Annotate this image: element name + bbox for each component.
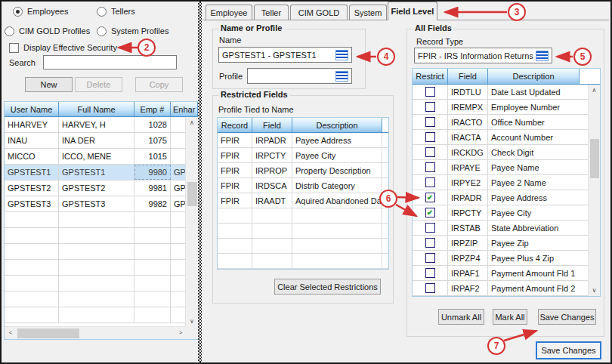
- col-header-description[interactable]: Description: [488, 69, 580, 85]
- cell-description: Payee Name: [488, 160, 588, 174]
- hscroll-thumb[interactable]: [17, 329, 79, 338]
- copy-button[interactable]: Copy: [135, 77, 183, 92]
- tab-cim-gold[interactable]: CIM GOLD: [290, 5, 348, 20]
- cell-emp-num: 9981: [134, 180, 171, 196]
- scroll-left-icon[interactable]: <: [6, 330, 15, 336]
- col-header-record[interactable]: Record: [218, 118, 252, 133]
- radio-employees[interactable]: [13, 7, 23, 17]
- restricted-row[interactable]: FPIR IRAADT Aquired Abandoned Da: [218, 193, 388, 208]
- col-header-emp-num[interactable]: Emp #: [134, 102, 171, 117]
- profile-input[interactable]: [247, 68, 352, 84]
- restrict-checkbox[interactable]: [425, 177, 435, 187]
- user-row[interactable]: GPSTEST3 GPSTEST3 9982 GP: [5, 196, 187, 212]
- cell-restrict: [413, 115, 448, 129]
- restricted-row[interactable]: FPIR IRPADR Payee Address: [218, 133, 388, 148]
- all-fields-row[interactable]: IRSTABState Abbreviation: [413, 221, 588, 236]
- name-input[interactable]: GPSTEST1 - GPSTEST1: [218, 47, 352, 63]
- restrict-checkbox[interactable]: [425, 238, 435, 248]
- delete-button[interactable]: Delete: [75, 77, 122, 92]
- cell-field: IRPROP: [252, 163, 292, 177]
- clear-selected-restrictions-button[interactable]: Clear Selected Restrictions: [274, 279, 381, 295]
- tab-field-level[interactable]: Field Level: [388, 2, 437, 20]
- all-fields-row[interactable]: IRPYE2Payee 2 Name: [413, 175, 588, 190]
- restricted-row[interactable]: FPIR IRDSCA Distrib Category: [218, 178, 388, 193]
- restrict-checkbox[interactable]: [425, 102, 435, 112]
- restrict-checkbox[interactable]: [425, 162, 435, 172]
- all-fields-row[interactable]: IRACTAAccount Number: [413, 130, 588, 145]
- profile-lookup-icon[interactable]: [335, 71, 348, 82]
- user-row-empty: [5, 228, 187, 244]
- all-fields-vscrollbar[interactable]: ∧ ∨: [588, 85, 600, 297]
- panel-splitter[interactable]: [198, 2, 202, 362]
- restrict-checkbox[interactable]: [425, 132, 435, 142]
- cell-field: IRPADR: [252, 133, 292, 147]
- scroll-down-icon[interactable]: ∨: [589, 288, 600, 294]
- save-changes-button[interactable]: Save Changes: [536, 341, 601, 359]
- restrict-checkbox[interactable]: [425, 87, 435, 97]
- record-type-lookup-icon[interactable]: [536, 51, 549, 61]
- scroll-down-icon[interactable]: ∨: [186, 319, 198, 325]
- cell-field: IRPAF1: [448, 266, 488, 280]
- record-type-input[interactable]: FPIR - IRS Information Returns: [414, 48, 552, 63]
- display-effective-security-checkbox[interactable]: [9, 43, 19, 53]
- radio-system-profiles[interactable]: [97, 26, 107, 36]
- radio-tellers[interactable]: [97, 7, 107, 17]
- user-row-selected[interactable]: GPSTEST1 GPSTEST1 9980 GP: [5, 165, 187, 180]
- restrict-checkbox[interactable]: [425, 117, 435, 127]
- all-fields-row[interactable]: IREMPXEmployee Number: [413, 100, 588, 115]
- all-fields-table: Restrict Field Description IRDTLUDate La…: [412, 68, 601, 297]
- radio-cim-gold-profiles[interactable]: [5, 26, 14, 36]
- mark-all-button[interactable]: Mark All: [493, 309, 527, 325]
- col-header-enhanced[interactable]: Enhar: [171, 102, 198, 117]
- vscroll-thumb[interactable]: [187, 182, 197, 206]
- all-fields-row[interactable]: IRPAF2Payment Amount Fld 2: [413, 281, 588, 296]
- col-header-description[interactable]: Description: [292, 118, 382, 133]
- scroll-up-icon[interactable]: ∧: [589, 88, 600, 94]
- restrict-checkbox[interactable]: [425, 268, 435, 278]
- search-input[interactable]: [43, 55, 177, 69]
- user-table-hscrollbar[interactable]: < >: [5, 326, 187, 339]
- col-header-restrict[interactable]: Restrict: [413, 69, 448, 85]
- restricted-row[interactable]: FPIR IRPCTY Payee City: [218, 148, 388, 163]
- all-fields-row[interactable]: IRPAYEPayee Name: [413, 160, 588, 175]
- save-changes-inner-button[interactable]: Save Changes: [538, 309, 596, 325]
- scroll-up-icon[interactable]: ∧: [186, 120, 198, 126]
- tab-employee[interactable]: Employee: [206, 5, 252, 20]
- restrict-checkbox[interactable]: [425, 223, 435, 233]
- user-table-vscrollbar[interactable]: ∧ ∨: [185, 117, 198, 328]
- all-fields-row[interactable]: IRCKDGCheck Digit: [413, 145, 588, 160]
- name-lookup-icon[interactable]: [335, 50, 348, 60]
- all-fields-row[interactable]: IRPZIPPayee Zip: [413, 236, 588, 251]
- tab-teller[interactable]: Teller: [254, 5, 289, 20]
- col-header-field[interactable]: Field: [252, 118, 292, 133]
- restrict-checkbox[interactable]: [425, 283, 435, 293]
- col-header-field[interactable]: Field: [448, 69, 488, 85]
- restrict-checkbox[interactable]: [425, 253, 435, 263]
- vscroll-thumb[interactable]: [590, 139, 599, 178]
- restricted-row[interactable]: FPIR IRPROP Property Description: [218, 163, 388, 178]
- restrict-checkbox-checked[interactable]: ✔: [425, 208, 435, 217]
- restrict-checkbox[interactable]: [425, 147, 435, 157]
- restrict-checkbox-checked[interactable]: ✔: [425, 193, 435, 202]
- col-header-user-name[interactable]: User Name: [5, 102, 59, 117]
- all-fields-row[interactable]: IRDTLUDate Last Updated: [413, 85, 588, 100]
- all-fields-row[interactable]: IRPAF1Payment Amount Fld 1: [413, 266, 588, 281]
- all-fields-row[interactable]: ✔IRPADRPayee Address: [413, 190, 588, 205]
- cell-full-name: GPSTEST1: [59, 165, 134, 180]
- new-button[interactable]: New: [25, 77, 73, 92]
- cell-emp-num: 1015: [134, 149, 171, 164]
- all-fields-row[interactable]: ✔IRPCTYPayee City: [413, 205, 588, 221]
- all-fields-row[interactable]: IRACTOOffice Number: [413, 115, 588, 130]
- user-row[interactable]: HHARVEY HARVEY, H 1028: [5, 117, 187, 133]
- all-fields-row[interactable]: IRPZP4Payee Plus 4 Zip: [413, 251, 588, 266]
- radio-employees-label: Employees: [27, 7, 68, 16]
- cell-emp-num: 9982: [134, 196, 171, 211]
- profile-label: Profile: [219, 72, 243, 81]
- user-row[interactable]: INAU INA DER 1075: [5, 133, 187, 149]
- scroll-right-icon[interactable]: >: [176, 330, 185, 336]
- user-row[interactable]: MICCO ICCO, MENE 1015: [5, 149, 187, 165]
- unmark-all-button[interactable]: Unmark All: [438, 309, 484, 325]
- user-row[interactable]: GPSTEST2 GPSTEST2 9981 GP: [5, 180, 187, 196]
- tab-system[interactable]: System: [349, 5, 387, 20]
- col-header-full-name[interactable]: Full Name: [59, 102, 134, 117]
